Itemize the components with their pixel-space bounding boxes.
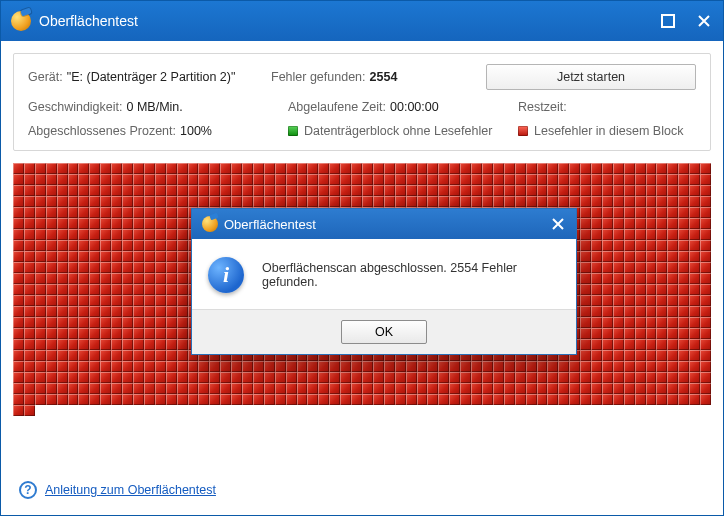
disk-block [569, 185, 580, 196]
disk-block [133, 295, 144, 306]
disk-block [57, 383, 68, 394]
disk-block [264, 405, 275, 416]
disk-block [482, 394, 493, 405]
disk-block [558, 405, 569, 416]
disk-block [689, 328, 700, 339]
percent-value: 100% [180, 124, 212, 138]
help-link[interactable]: Anleitung zum Oberflächentest [45, 483, 216, 497]
disk-block [569, 383, 580, 394]
disk-block [297, 196, 308, 207]
disk-block [591, 163, 602, 174]
disk-block [220, 405, 231, 416]
disk-block [297, 383, 308, 394]
disk-block [515, 174, 526, 185]
info-panel: Gerät: "E: (Datenträger 2 Partition 2)" … [13, 53, 711, 151]
disk-block [133, 394, 144, 405]
disk-block [384, 196, 395, 207]
disk-block [635, 273, 646, 284]
disk-block [177, 174, 188, 185]
disk-block [166, 339, 177, 350]
disk-block [537, 405, 548, 416]
disk-block [395, 196, 406, 207]
disk-block [144, 251, 155, 262]
disk-block [624, 196, 635, 207]
disk-block [133, 240, 144, 251]
disk-block [340, 185, 351, 196]
disk-block [460, 361, 471, 372]
disk-block [46, 174, 57, 185]
disk-block [144, 273, 155, 284]
disk-block [602, 394, 613, 405]
disk-block [78, 218, 89, 229]
disk-block [57, 207, 68, 218]
disk-block [46, 350, 57, 361]
disk-block [362, 383, 373, 394]
disk-block [188, 405, 199, 416]
dialog-title: Oberflächentest [224, 217, 316, 232]
disk-block [188, 372, 199, 383]
disk-block [624, 207, 635, 218]
disk-block [133, 372, 144, 383]
disk-block [24, 361, 35, 372]
disk-block [24, 207, 35, 218]
disk-block [602, 295, 613, 306]
disk-block [307, 383, 318, 394]
disk-block [46, 284, 57, 295]
disk-block [35, 350, 46, 361]
disk-block [362, 196, 373, 207]
disk-block [242, 163, 253, 174]
disk-block [155, 328, 166, 339]
disk-block [166, 240, 177, 251]
block-row [13, 185, 711, 196]
disk-block [100, 185, 111, 196]
disk-block [318, 163, 329, 174]
disk-block [318, 196, 329, 207]
disk-block [526, 174, 537, 185]
start-button[interactable]: Jetzt starten [486, 64, 696, 90]
disk-block [613, 240, 624, 251]
disk-block [558, 185, 569, 196]
disk-block [231, 185, 242, 196]
disk-block [417, 394, 428, 405]
disk-block [133, 339, 144, 350]
disk-block [144, 174, 155, 185]
disk-block [504, 185, 515, 196]
disk-block [46, 185, 57, 196]
disk-block [569, 405, 580, 416]
disk-block [493, 394, 504, 405]
disk-block [646, 394, 657, 405]
disk-block [678, 405, 689, 416]
close-button[interactable] [695, 12, 713, 30]
disk-block [646, 273, 657, 284]
disk-block [89, 284, 100, 295]
disk-block [166, 163, 177, 174]
disk-block [297, 372, 308, 383]
svg-rect-0 [662, 15, 674, 27]
disk-block [362, 394, 373, 405]
disk-block [242, 383, 253, 394]
disk-block [384, 405, 395, 416]
disk-block [373, 361, 384, 372]
disk-block [13, 196, 24, 207]
disk-block [89, 350, 100, 361]
disk-block [155, 383, 166, 394]
disk-block [526, 372, 537, 383]
disk-block [35, 273, 46, 284]
disk-block [78, 317, 89, 328]
dialog-ok-button[interactable]: OK [341, 320, 427, 344]
disk-block [406, 174, 417, 185]
disk-block [46, 229, 57, 240]
disk-block [89, 196, 100, 207]
disk-block [166, 229, 177, 240]
disk-block [591, 383, 602, 394]
disk-block [460, 174, 471, 185]
disk-block [144, 196, 155, 207]
disk-block [656, 317, 667, 328]
disk-block [220, 163, 231, 174]
disk-block [635, 328, 646, 339]
disk-block [231, 361, 242, 372]
dialog-close-button[interactable] [548, 214, 568, 234]
maximize-button[interactable] [659, 12, 677, 30]
disk-block [678, 372, 689, 383]
disk-block [537, 196, 548, 207]
